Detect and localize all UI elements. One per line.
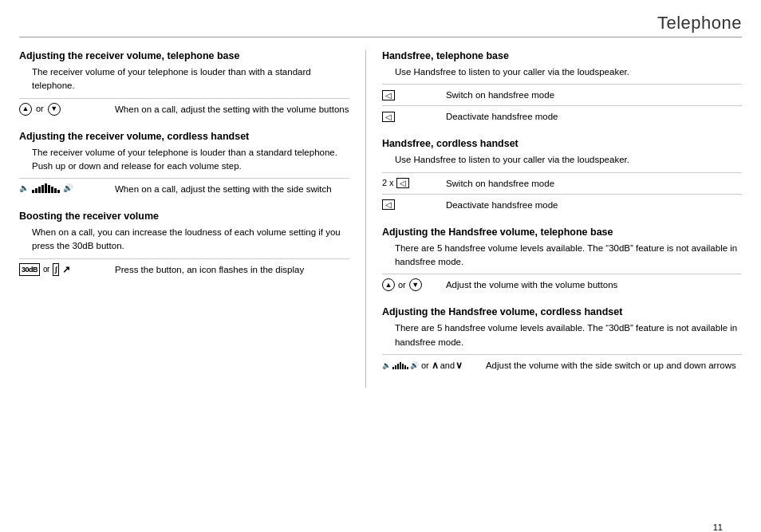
2x-hf-icon: 2 x (382, 178, 396, 187)
volume-bars (32, 183, 60, 193)
icon-row-boosting: 30dB or ∫ ↗ Press the button, an icon fl… (19, 258, 349, 281)
icon-cell-arrows-hf: ▲ or ▼ (382, 278, 446, 291)
icon-text-receiver-base: When on a call, adjust the setting with … (115, 103, 349, 116)
icon-row-hf-vol-handset: 🔈 🔊 or ∧ (382, 354, 742, 376)
section-body-hf-vol-handset: There are 5 handsfree volume levels avai… (382, 321, 742, 349)
or-label-1: or (36, 103, 44, 115)
icon-text-hf-handset-2: Deactivate handsfree mode (446, 199, 742, 211)
alt-icon: ∫ (53, 263, 59, 277)
icon-row-hf-vol-base: ▲ or ▼ Adjust the volume with the volume… (382, 274, 742, 295)
icon-cell-hf-2: ◁ (382, 111, 446, 123)
section-body-hf-handset: Use Handsfree to listen to your caller v… (382, 153, 742, 167)
down-arrow-icon: ▼ (48, 103, 61, 116)
section-handsfree-handset: Handsfree, cordless handset Use Handsfre… (382, 138, 742, 215)
icon-cell-arrows: ▲ or ▼ (19, 103, 115, 116)
section-title-hf-vol-base: Adjusting the Handsfree volume, telephon… (382, 227, 742, 238)
section-body-boosting: When on a call, you can increase the lou… (19, 226, 349, 254)
speaker-left-icon-hf: 🔈 (382, 361, 391, 371)
section-receiver-vol-base: Adjusting the receiver volume, telephone… (19, 50, 349, 120)
section-title-receiver-handset: Adjusting the receiver volume, cordless … (19, 131, 349, 142)
section-title-receiver-base: Adjusting the receiver volume, telephone… (19, 50, 349, 61)
handsfree-icon-4: ◁ (382, 199, 395, 210)
section-boosting-receiver: Boosting the receiver volume When on a c… (19, 211, 349, 280)
icon-row-receiver-handset: 🔈 🔊 (19, 178, 349, 199)
icon-text-hf-vol-handset: Adjust the volume with the side switch o… (486, 359, 742, 372)
down-arrow-icon-hf: ▼ (409, 278, 422, 291)
section-title-hf-handset: Handsfree, cordless handset (382, 138, 742, 149)
speaker-right-icon: 🔊 (63, 183, 73, 194)
icon-text-hf-vol-base: Adjust the volume with the volume button… (446, 278, 742, 291)
icon-cell-volume-bar: 🔈 🔊 (19, 183, 115, 194)
or-label-hf: or (398, 279, 406, 291)
or-label-vol: or (421, 360, 429, 372)
handsfree-icon-3: ◁ (396, 178, 409, 188)
icon-text-hf-handset-1: Switch on handsfree mode (446, 177, 742, 190)
up-chevron-icon: ∧ (432, 359, 439, 372)
icon-cell-vol-arrow: 🔈 🔊 or ∧ (382, 359, 486, 372)
section-hf-vol-handset: Adjusting the Handsfree volume, cordless… (382, 306, 742, 376)
page-title: Telephone (19, 13, 742, 37)
icon-row-hf-handset-2: ◁ Deactivate handsfree mode (382, 194, 742, 215)
icon-cell-2xhf: 2 x ◁ (382, 177, 446, 189)
icon-row-receiver-base: ▲ or ▼ When on a call, adjust the settin… (19, 98, 349, 120)
section-hf-vol-base: Adjusting the Handsfree volume, telephon… (382, 227, 742, 296)
icon-row-hf-base-1: ◁ Switch on handsfree mode (382, 84, 742, 105)
icon-text-hf-base-1: Switch on handsfree mode (446, 89, 742, 101)
left-column: Adjusting the receiver volume, telephone… (19, 50, 366, 388)
icon-text-boosting: Press the button, an icon flashes in the… (115, 263, 349, 276)
30db-icon: 30dB (19, 263, 40, 277)
section-body-receiver-base: The receiver volume of your telephone is… (19, 65, 349, 93)
up-arrow-icon-hf: ▲ (382, 278, 395, 291)
section-title-hf-vol-handset: Adjusting the Handsfree volume, cordless… (382, 306, 742, 317)
section-receiver-vol-handset: Adjusting the receiver volume, cordless … (19, 131, 349, 200)
page-number: 11 (713, 522, 723, 532)
icon-text-receiver-handset: When on a call, adjust the setting with … (115, 183, 349, 195)
icon-text-hf-base-2: Deactivate handsfree mode (446, 110, 742, 123)
icon-row-hf-handset-1: 2 x ◁ Switch on handsfree mode (382, 172, 742, 194)
section-title-hf-base: Handsfree, telephone base (382, 50, 742, 61)
section-title-boosting: Boosting the receiver volume (19, 211, 349, 222)
section-body-hf-base: Use Handsfree to listen to your caller v… (382, 65, 742, 79)
and-label: and (440, 360, 455, 372)
section-body-hf-vol-base: There are 5 handsfree volume levels avai… (382, 242, 742, 270)
handsfree-icon-1: ◁ (382, 90, 395, 100)
section-body-receiver-handset: The receiver volume of your telephone is… (19, 146, 349, 174)
up-arrow-icon: ▲ (19, 103, 32, 116)
icon-row-hf-base-2: ◁ Deactivate handsfree mode (382, 105, 742, 127)
or-label-2: or (43, 264, 49, 275)
section-handsfree-base: Handsfree, telephone base Use Handsfree … (382, 50, 742, 127)
down-chevron-icon: ∨ (455, 359, 463, 372)
speaker-right-icon-hf: 🔊 (410, 361, 419, 371)
icon-cell-hf-1: ◁ (382, 89, 446, 101)
icon-cell-hf-deactivate: ◁ (382, 199, 446, 211)
volume-bars-hf (392, 362, 408, 369)
handsfree-icon-2: ◁ (382, 112, 395, 122)
speaker-left-icon: 🔈 (19, 183, 29, 194)
icon-cell-30db: 30dB or ∫ ↗ (19, 263, 115, 277)
boost-symbol: ↗ (62, 263, 70, 277)
right-column: Handsfree, telephone base Use Handsfree … (366, 50, 742, 388)
